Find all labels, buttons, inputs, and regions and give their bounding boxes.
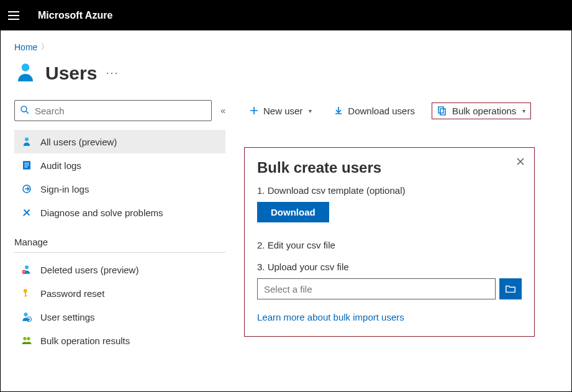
- hamburger-menu-icon[interactable]: [8, 8, 23, 23]
- signin-logs-icon: [20, 183, 33, 194]
- bulk-operations-icon: [437, 106, 447, 116]
- sidebar-item-label: Diagnose and solve problems: [40, 207, 163, 218]
- svg-point-17: [28, 318, 30, 320]
- panel-title: Bulk create users: [257, 159, 522, 176]
- search-box[interactable]: [14, 100, 212, 121]
- audit-logs-icon: [20, 160, 33, 171]
- download-icon: [334, 106, 343, 115]
- sidebar-item-label: Password reset: [40, 288, 104, 299]
- sidebar: « All users (preview) Audit logs Sign-in…: [14, 100, 225, 352]
- sidebar-item-label: Audit logs: [40, 160, 81, 171]
- bulk-create-panel: Bulk create users 1. Download csv templa…: [244, 147, 535, 337]
- step-2-label: 2. Edit your csv file: [257, 240, 522, 250]
- page-title-row: Users ···: [14, 61, 558, 85]
- download-users-button[interactable]: Download users: [329, 103, 420, 119]
- sidebar-item-label: Bulk operation results: [40, 335, 130, 346]
- more-actions-button[interactable]: ···: [106, 66, 119, 80]
- main-area: New user ▾ Download users Bulk operation…: [244, 100, 558, 352]
- command-bar: New user ▾ Download users Bulk operation…: [244, 100, 558, 121]
- svg-point-15: [24, 312, 28, 316]
- button-label: New user: [263, 106, 302, 116]
- sidebar-item-user-settings[interactable]: User settings: [14, 305, 225, 329]
- user-settings-icon: [20, 311, 33, 322]
- sidebar-item-password-reset[interactable]: Password reset: [14, 281, 225, 305]
- button-label: Download users: [348, 106, 415, 116]
- learn-more-link[interactable]: Learn more about bulk import users: [257, 312, 404, 322]
- sidebar-item-audit-logs[interactable]: Audit logs: [14, 153, 225, 177]
- file-placeholder: Select a file: [264, 284, 312, 294]
- chevron-down-icon: ▾: [522, 107, 525, 114]
- button-label: Bulk operations: [452, 106, 516, 116]
- step-3-label: 3. Upload your csv file: [257, 262, 522, 272]
- diagnose-icon: [20, 207, 33, 218]
- sidebar-item-signin-logs[interactable]: Sign-in logs: [14, 177, 225, 201]
- svg-point-18: [23, 337, 26, 340]
- svg-rect-5: [24, 163, 29, 163]
- sidebar-item-label: User settings: [40, 312, 95, 322]
- browse-file-button[interactable]: [499, 278, 522, 299]
- sidebar-item-label: All users (preview): [40, 137, 117, 147]
- download-template-button[interactable]: Download: [257, 202, 329, 222]
- svg-rect-14: [25, 295, 27, 296]
- top-bar: Microsoft Azure: [1, 1, 571, 30]
- svg-point-3: [25, 137, 29, 141]
- svg-point-0: [22, 63, 30, 71]
- svg-line-2: [26, 111, 29, 114]
- search-icon: [20, 105, 30, 117]
- file-select-input[interactable]: Select a file: [257, 278, 496, 299]
- sidebar-item-label: Sign-in logs: [40, 184, 89, 194]
- user-icon: [20, 136, 33, 147]
- breadcrumb: Home 〉: [14, 42, 558, 52]
- close-icon: [515, 157, 525, 166]
- sidebar-item-deleted-users[interactable]: Deleted users (preview): [14, 258, 225, 281]
- svg-point-9: [25, 265, 29, 269]
- sidebar-item-bulk-results[interactable]: Bulk operation results: [14, 329, 225, 352]
- plus-icon: [250, 106, 258, 115]
- sidebar-item-all-users[interactable]: All users (preview): [14, 130, 225, 153]
- svg-rect-11: [23, 271, 25, 272]
- search-input[interactable]: [35, 106, 206, 116]
- users-icon: [14, 61, 37, 85]
- sidebar-section-manage: Manage: [14, 224, 225, 253]
- chevron-down-icon: ▾: [309, 107, 312, 114]
- svg-rect-7: [24, 166, 27, 167]
- breadcrumb-home[interactable]: Home: [14, 42, 37, 52]
- collapse-sidebar-button[interactable]: «: [220, 106, 225, 116]
- password-reset-icon: [20, 288, 33, 299]
- step-1-label: 1. Download csv template (optional): [257, 185, 522, 196]
- svg-point-19: [27, 337, 30, 340]
- bulk-results-icon: [20, 335, 33, 346]
- svg-rect-21: [440, 109, 445, 115]
- folder-icon: [505, 283, 516, 294]
- sidebar-item-diagnose[interactable]: Diagnose and solve problems: [14, 201, 225, 224]
- brand-label: Microsoft Azure: [38, 10, 112, 21]
- sidebar-item-label: Deleted users (preview): [40, 265, 138, 275]
- chevron-right-icon: 〉: [41, 42, 48, 52]
- close-button[interactable]: [515, 157, 525, 170]
- svg-rect-20: [438, 107, 443, 113]
- page-title: Users: [45, 63, 97, 84]
- svg-rect-6: [24, 165, 29, 165]
- new-user-button[interactable]: New user ▾: [244, 103, 317, 119]
- svg-rect-13: [25, 292, 26, 297]
- svg-point-1: [21, 106, 27, 112]
- deleted-users-icon: [20, 264, 33, 275]
- bulk-operations-button[interactable]: Bulk operations ▾: [432, 103, 531, 119]
